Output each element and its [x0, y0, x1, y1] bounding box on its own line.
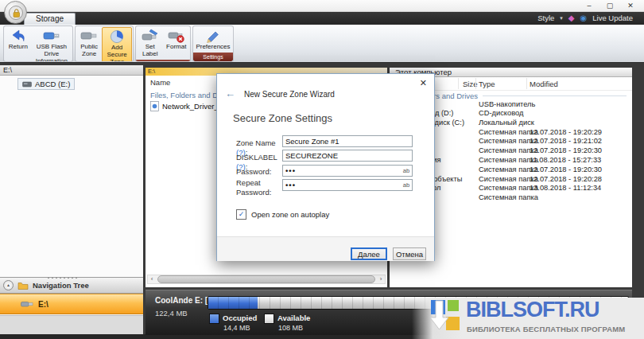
- button-label: USB Flash Drive Information: [33, 44, 70, 62]
- pencil-icon: [205, 29, 221, 43]
- return-button[interactable]: Return: [5, 27, 32, 62]
- sidebar-header: E:\: [0, 65, 143, 76]
- app-menu-button[interactable]: [4, 1, 27, 24]
- ribbon-tabstrip: Storage Style ▾ ◆ ◉ Live Update: [0, 11, 644, 25]
- ribbon-group-settings: Preferences Settings: [192, 25, 234, 62]
- password-reveal-icon[interactable]: ab: [402, 181, 411, 189]
- ribbon-group-coolande-operations: Set Label Format CoolAnde operations: [135, 25, 191, 62]
- button-label: Add Secure Zone: [104, 45, 130, 62]
- zone-name-input[interactable]: [282, 135, 413, 147]
- disklabel-input[interactable]: [282, 150, 413, 162]
- brand-tagline: БИБЛИОТЕКА БЕСПЛАТНЫХ ПРОГРАММ: [467, 325, 625, 333]
- new-secure-zone-wizard-dialog: ← New Secure Zone Wizard ✕ Secure Zone S…: [216, 73, 435, 261]
- available-label: Available: [277, 314, 310, 322]
- chevron-down-icon[interactable]: ▾: [560, 15, 563, 21]
- repeat-password-label: Repeat Password:: [236, 178, 271, 197]
- autoplay-checkbox-row[interactable]: ✓ Open zone on autoplay: [236, 209, 329, 220]
- biblsoft-watermark: BIBLSOFT.RU БИБЛИОТЕКА БЕСПЛАТНЫХ ПРОГРА…: [412, 298, 644, 339]
- ribbon-group-label: Settings: [193, 53, 233, 61]
- occupied-value: 14,4 MB: [223, 324, 250, 332]
- password-input[interactable]: [282, 165, 413, 177]
- sidebar-item-abcd-drive[interactable]: ABCD (E:): [17, 78, 75, 90]
- dialog-close-button[interactable]: ✕: [420, 78, 427, 88]
- checkbox-label: Open zone on autoplay: [251, 210, 329, 219]
- format-icon: [168, 29, 185, 43]
- scrollbar-thumb[interactable]: [157, 275, 375, 283]
- titlebar: – ▢ ✕: [0, 0, 644, 12]
- next-button[interactable]: Далее: [351, 247, 387, 260]
- maximize-button[interactable]: ▢: [599, 0, 620, 11]
- button-label: Preferences: [196, 44, 230, 51]
- sidebar: E:\ ABCD (E:) ▴ Navigation Tree E:\: [0, 65, 143, 334]
- live-update-link[interactable]: Live Update: [592, 14, 633, 22]
- sidebar-item-e-drive[interactable]: E:\: [0, 294, 143, 314]
- expand-icon[interactable]: ▴: [3, 280, 14, 290]
- scroll-right-arrow[interactable]: ›: [377, 275, 385, 283]
- ribbon-group-zones-on-e: Public Zone Add Secure Zone Zones on E:: [75, 25, 134, 62]
- about-icon[interactable]: ◉: [580, 14, 588, 22]
- close-button[interactable]: ✕: [620, 0, 641, 11]
- password-reveal-icon[interactable]: ab: [402, 167, 411, 174]
- sidebar-footer: [0, 315, 143, 335]
- theme-icon[interactable]: ◆: [568, 14, 575, 22]
- checkbox-checked-icon[interactable]: ✓: [236, 209, 246, 220]
- dialog-footer: Далее Отмена: [217, 236, 434, 261]
- set-label-icon: [142, 29, 159, 43]
- style-menu[interactable]: Style: [537, 14, 554, 22]
- minimize-button[interactable]: –: [579, 0, 599, 11]
- column-header-type[interactable]: Type: [479, 80, 495, 88]
- usb-stick-icon: [80, 29, 98, 43]
- available-swatch: [264, 314, 274, 324]
- button-label: Public Zone: [78, 44, 100, 58]
- back-button[interactable]: ←: [225, 88, 235, 99]
- cancel-button[interactable]: Отмена: [393, 247, 426, 260]
- usb-flash-drive-information-button[interactable]: USB Flash Drive Information: [32, 27, 72, 62]
- file-icon: [150, 101, 159, 111]
- sidebar-item-label: ABCD (E:): [35, 80, 70, 88]
- button-label: Format: [166, 44, 186, 51]
- button-label: Set Label: [138, 44, 161, 58]
- public-zone-button[interactable]: Public Zone: [76, 27, 102, 62]
- dialog-title: New Secure Zone Wizard: [244, 90, 335, 99]
- button-label: Return: [9, 44, 28, 51]
- available-value: 108 MB: [278, 324, 303, 332]
- repeat-password-input[interactable]: [282, 179, 413, 191]
- scroll-left-arrow[interactable]: ‹: [148, 275, 156, 283]
- ribbon: Return USB Flash Drive Information CoolA…: [0, 25, 644, 63]
- add-secure-zone-button[interactable]: Add Secure Zone: [102, 27, 132, 62]
- usb-flash-icon: [21, 300, 33, 308]
- column-header-name[interactable]: Name: [150, 78, 170, 87]
- secure-zone-pie-icon: [109, 29, 125, 44]
- return-arrow-icon: [10, 29, 26, 43]
- ribbon-group-coolande-anderdisk: Return USB Flash Drive Information CoolA…: [3, 25, 73, 62]
- sidebar-item-label: E:\: [38, 300, 48, 309]
- occupied-label: Occupied: [223, 314, 257, 322]
- usb-drive-icon: [43, 29, 60, 43]
- volume-capacity: 122,4 MB: [155, 309, 188, 318]
- preferences-button[interactable]: Preferences: [194, 27, 232, 52]
- dialog-heading: Secure Zone Settings: [233, 112, 332, 124]
- download-logo-icon: [431, 300, 464, 337]
- ribbon-group-label: CoolAnde operations: [136, 60, 190, 62]
- horizontal-scrollbar[interactable]: ‹ ›: [147, 275, 386, 284]
- folder-icon: [17, 281, 29, 290]
- drive-icon: [22, 81, 32, 88]
- tab-storage[interactable]: Storage: [24, 13, 76, 25]
- navigation-tree-bar[interactable]: ▴ Navigation Tree: [0, 277, 143, 294]
- column-header-modified[interactable]: Modified: [530, 80, 558, 88]
- set-label-button[interactable]: Set Label: [137, 27, 163, 59]
- format-button[interactable]: Format: [163, 27, 189, 59]
- app-logo-icon: [8, 5, 24, 21]
- password-label: Password:: [236, 167, 281, 177]
- brand-name: BIBLSOFT.RU: [466, 298, 599, 322]
- navigation-tree-label: Navigation Tree: [33, 281, 89, 290]
- occupied-swatch: [209, 314, 219, 324]
- splitter-handle[interactable]: [48, 277, 80, 279]
